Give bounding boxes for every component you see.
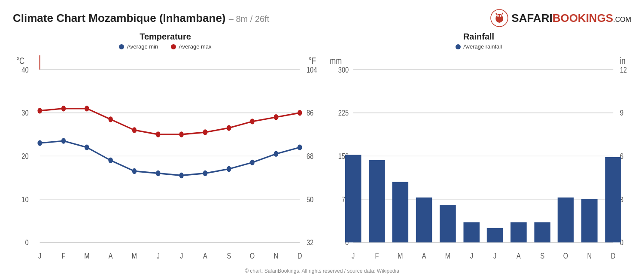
svg-text:N: N [587,251,592,260]
svg-point-39 [179,173,183,178]
logo-icon [490,9,509,27]
svg-text:50: 50 [307,195,313,204]
bar-jan [345,155,361,243]
svg-point-36 [108,158,112,163]
svg-point-49 [132,127,137,133]
svg-point-33 [37,140,42,146]
svg-point-48 [108,116,112,122]
svg-point-46 [61,106,66,111]
svg-text:10: 10 [21,195,28,204]
svg-text:68: 68 [307,152,313,161]
svg-point-42 [250,160,254,165]
legend-label-min: Average min [127,43,158,50]
rainfall-chart-title: Rainfall [326,32,631,42]
svg-text:J: J [38,251,41,260]
svg-text:F: F [62,251,66,260]
svg-text:A: A [516,251,521,260]
logo-safari: SAFARI [511,12,552,24]
altitude-text: – 8m / 26ft [229,14,270,24]
logo: SAFARIBOOKINGS.COM [490,9,631,27]
svg-point-41 [227,166,231,172]
temperature-chart-title: Temperature [13,32,318,42]
svg-point-56 [298,110,302,116]
svg-text:12: 12 [620,65,627,74]
svg-point-50 [156,131,160,137]
svg-text:20: 20 [21,152,28,161]
legend-dot-max [171,44,176,49]
svg-text:°F: °F [309,56,316,66]
svg-text:D: D [611,251,616,260]
svg-text:30: 30 [21,109,28,118]
svg-text:A: A [109,251,113,260]
svg-point-44 [298,144,302,150]
logo-text: SAFARIBOOKINGS.COM [511,12,631,25]
bar-nov [581,199,598,243]
legend-label-rainfall: Average rainfall [463,43,502,50]
svg-text:in: in [620,56,626,66]
svg-text:J: J [352,251,355,260]
svg-text:86: 86 [307,109,313,118]
svg-point-2 [500,15,501,17]
svg-text:O: O [250,251,255,260]
svg-text:M: M [398,251,403,260]
svg-text:S: S [227,251,231,260]
rainfall-svg: mm 300 225 150 75 0 in 12 9 6 3 0 J F [326,52,631,265]
footer-text: © chart: SafariBookings. All rights rese… [245,268,399,274]
svg-point-35 [85,144,89,150]
svg-text:M: M [445,251,450,260]
svg-point-34 [61,138,66,143]
bar-may [440,205,456,242]
svg-text:32: 32 [307,238,313,247]
bar-apr [416,198,432,243]
legend-label-max: Average max [179,43,211,50]
svg-text:J: J [493,251,496,260]
svg-text:300: 300 [338,65,349,74]
svg-point-1 [497,15,499,17]
svg-point-53 [227,125,231,131]
svg-text:N: N [274,251,279,260]
legend-avg-max: Average max [171,43,211,50]
bar-jun [464,222,480,242]
bar-dec [605,157,621,242]
rainfall-chart-section: Rainfall Average rainfall [326,32,631,265]
footer: © chart: SafariBookings. All rights rese… [13,268,631,276]
temperature-chart-section: Temperature Average min Average max [13,32,318,265]
svg-text:40: 40 [21,65,28,74]
svg-point-55 [274,114,278,120]
svg-text:J: J [470,251,473,260]
svg-text:M: M [132,251,137,260]
rainfall-legend: Average rainfall [326,43,631,50]
svg-point-45 [37,108,42,113]
legend-dot-min [119,44,124,49]
title-text: Climate Chart Mozambique (Inhambane) [13,12,226,24]
bar-jul [487,228,503,243]
svg-text:A: A [203,251,207,260]
svg-point-43 [274,151,278,157]
svg-text:A: A [422,251,426,260]
svg-text:9: 9 [620,109,623,118]
svg-text:J: J [180,251,183,260]
header: Climate Chart Mozambique (Inhambane) – 8… [13,9,631,27]
svg-point-38 [156,170,160,176]
svg-point-54 [250,119,254,124]
bar-oct [558,198,574,243]
svg-text:mm: mm [330,56,342,66]
svg-text:F: F [375,251,379,260]
bar-aug [510,222,527,242]
rainfall-chart-area: mm 300 225 150 75 0 in 12 9 6 3 0 J F [326,52,631,265]
temperature-svg: °C 40 30 20 10 0 °F 104 86 68 50 32 J [13,52,318,265]
bar-feb [369,160,385,243]
legend-dot-rainfall [456,44,461,49]
svg-text:O: O [563,251,568,260]
svg-text:104: 104 [307,65,317,74]
svg-point-37 [132,168,137,174]
legend-avg-min: Average min [119,43,158,50]
bar-mar [392,182,408,243]
charts-row: Temperature Average min Average max [13,32,631,265]
legend-avg-rainfall: Average rainfall [456,43,502,50]
svg-point-40 [203,170,207,176]
logo-com: .COM [613,16,631,23]
svg-point-52 [203,129,207,135]
svg-text:225: 225 [338,109,349,118]
svg-text:J: J [157,251,160,260]
